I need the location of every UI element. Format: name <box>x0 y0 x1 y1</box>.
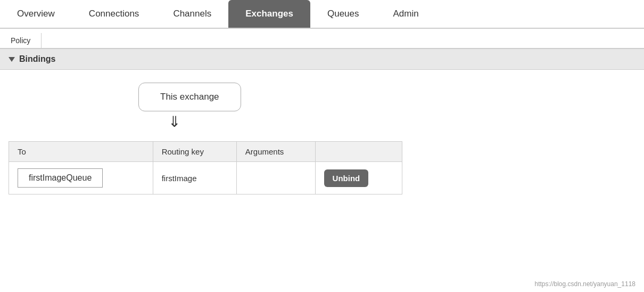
bindings-table-container: To Routing key Arguments firstImageQueue… <box>0 141 644 207</box>
policy-tab[interactable]: Policy <box>0 33 42 48</box>
policy-area: Policy <box>0 29 644 48</box>
nav-item-overview[interactable]: Overview <box>0 0 72 28</box>
collapse-triangle-icon <box>9 57 15 62</box>
bindings-header-label: Bindings <box>19 54 55 64</box>
bindings-header: Bindings <box>0 48 644 70</box>
routing-key-cell: firstImage <box>153 162 236 194</box>
col-header-arguments: Arguments <box>236 142 315 162</box>
bindings-section: Bindings This exchange ⇓ To Routing key … <box>0 48 644 207</box>
nav-item-channels[interactable]: Channels <box>156 0 228 28</box>
queue-name: firstImageQueue <box>18 168 103 188</box>
arguments-cell <box>236 162 315 194</box>
top-nav: OverviewConnectionsChannelsExchangesQueu… <box>0 0 644 29</box>
col-header-action <box>315 142 402 162</box>
nav-item-admin[interactable]: Admin <box>376 0 436 28</box>
unbind-button[interactable]: Unbind <box>324 169 369 187</box>
action-cell: Unbind <box>315 162 402 194</box>
table-row: firstImageQueuefirstImageUnbind <box>9 162 402 194</box>
diagram-container: This exchange ⇓ <box>0 70 644 141</box>
col-header-to: To <box>9 142 153 162</box>
nav-item-connections[interactable]: Connections <box>72 0 156 28</box>
bindings-table-body: firstImageQueuefirstImageUnbind <box>9 162 402 194</box>
nav-item-exchanges[interactable]: Exchanges <box>228 0 310 28</box>
to-cell: firstImageQueue <box>9 162 153 194</box>
bindings-table: To Routing key Arguments firstImageQueue… <box>9 141 402 194</box>
nav-item-queues[interactable]: Queues <box>310 0 376 28</box>
exchange-box: This exchange <box>138 83 241 111</box>
footer-url: https://blog.csdn.net/yanyuan_1118 <box>535 280 635 288</box>
table-header: To Routing key Arguments <box>9 142 402 162</box>
down-arrow-icon: ⇓ <box>168 115 180 129</box>
col-header-routing-key: Routing key <box>153 142 236 162</box>
